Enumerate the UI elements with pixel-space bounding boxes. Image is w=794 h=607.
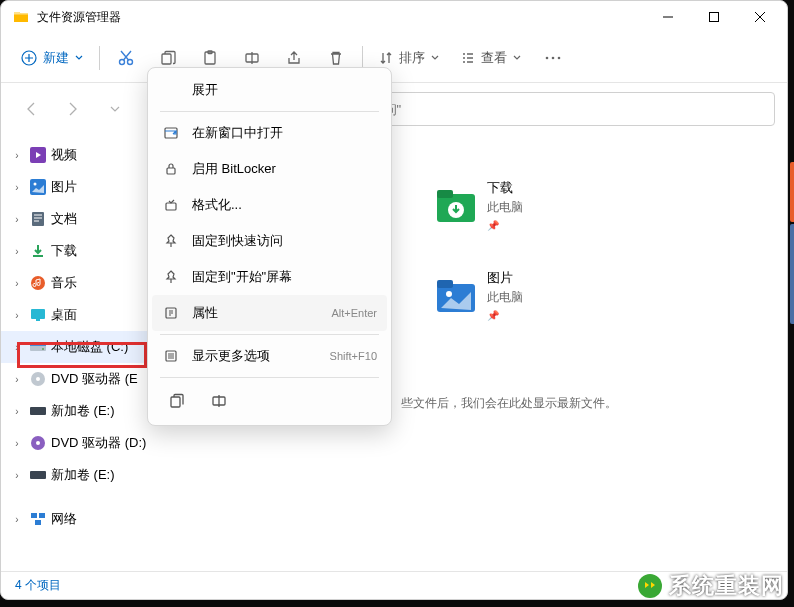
title-left: 文件资源管理器 (13, 9, 645, 26)
svg-rect-0 (710, 13, 719, 22)
properties-icon (162, 304, 180, 322)
sidebar: › 视频 › 图片 › 文档 › 下载 › 音乐 (1, 135, 161, 571)
svg-point-23 (36, 377, 40, 381)
sidebar-item-network[interactable]: › 网络 (1, 503, 161, 535)
svg-point-21 (42, 348, 44, 350)
downloads-icon (29, 242, 47, 260)
svg-rect-38 (167, 168, 175, 174)
forward-button[interactable] (55, 91, 91, 127)
menu-more-options[interactable]: 显示更多选项 Shift+F10 (152, 338, 387, 374)
chevron-right-icon: › (9, 514, 25, 525)
shortcut-label: Alt+Enter (331, 307, 377, 319)
menu-pin-quick[interactable]: 固定到快速访问 (152, 223, 387, 259)
blank-icon (162, 81, 180, 99)
sidebar-item-documents[interactable]: › 文档 (1, 203, 161, 235)
svg-rect-30 (35, 520, 41, 525)
folder-item-downloads[interactable]: 下载 此电脑 📌 (431, 175, 767, 235)
sidebar-item-music[interactable]: › 音乐 (1, 267, 161, 299)
sidebar-item-volume-e[interactable]: › 新加卷 (E:) (1, 395, 161, 427)
watermark-text: 系统重装网 (669, 571, 784, 601)
svg-point-44 (638, 574, 662, 598)
svg-point-14 (34, 183, 37, 186)
back-button[interactable] (13, 91, 49, 127)
close-button[interactable] (737, 1, 783, 33)
item-name: 图片 (487, 269, 523, 287)
view-button[interactable]: 查看 (451, 40, 531, 76)
disk-icon (29, 402, 47, 420)
sidebar-item-downloads[interactable]: › 下载 (1, 235, 161, 267)
chevron-right-icon: › (9, 438, 25, 449)
edge-indicator (790, 224, 794, 324)
menu-pin-start[interactable]: 固定到"开始"屏幕 (152, 259, 387, 295)
more-icon (162, 347, 180, 365)
cut-button[interactable] (106, 40, 146, 76)
sidebar-label: DVD 驱动器 (E (51, 370, 153, 388)
network-icon (29, 510, 47, 528)
separator (362, 46, 363, 70)
sidebar-label: 新加卷 (E:) (51, 466, 153, 484)
svg-point-26 (36, 441, 40, 445)
folder-pictures-icon (435, 274, 477, 316)
menu-expand[interactable]: 展开 (152, 72, 387, 108)
lock-icon (162, 160, 180, 178)
copy-action-button[interactable] (158, 385, 196, 417)
chevron-right-icon: › (9, 182, 25, 193)
sidebar-item-local-disk-c[interactable]: › 本地磁盘 (C:) (1, 331, 161, 363)
svg-point-2 (120, 59, 125, 64)
svg-rect-29 (39, 513, 45, 518)
svg-rect-18 (36, 319, 40, 321)
chevron-right-icon: › (9, 406, 25, 417)
svg-rect-37 (165, 128, 177, 138)
sidebar-label: 文档 (51, 210, 153, 228)
pin-icon (162, 232, 180, 250)
chevron-right-icon: › (9, 342, 25, 353)
chevron-right-icon: › (9, 278, 25, 289)
pictures-icon (29, 178, 47, 196)
menu-properties[interactable]: 属性 Alt+Enter (152, 295, 387, 331)
sidebar-item-volume-e-2[interactable]: › 新加卷 (E:) (1, 459, 161, 491)
sidebar-item-dvd-e[interactable]: › DVD 驱动器 (E (1, 363, 161, 395)
svg-rect-28 (31, 513, 37, 518)
music-icon (29, 274, 47, 292)
separator (99, 46, 100, 70)
svg-point-8 (546, 56, 549, 59)
sidebar-item-desktop[interactable]: › 桌面 (1, 299, 161, 331)
item-name: 下载 (487, 179, 523, 197)
sidebar-label: 视频 (51, 146, 153, 164)
rename-action-button[interactable] (200, 385, 238, 417)
chevron-right-icon: › (9, 310, 25, 321)
file-explorer-window: 文件资源管理器 新建 排序 查看 (0, 0, 788, 600)
sidebar-label: 本地磁盘 (C:) (51, 338, 153, 356)
shortcut-label: Shift+F10 (330, 350, 377, 362)
sidebar-label: 音乐 (51, 274, 153, 292)
sidebar-item-dvd-d[interactable]: › DVD 驱动器 (D:) (1, 427, 161, 459)
window-controls (645, 1, 783, 33)
toolbar: 新建 排序 查看 (1, 33, 787, 83)
maximize-button[interactable] (691, 1, 737, 33)
menu-separator (160, 111, 379, 112)
item-count: 4 个项目 (15, 577, 61, 594)
pin-start-icon (162, 268, 180, 286)
new-window-icon (162, 124, 180, 142)
dvd-icon (29, 370, 47, 388)
menu-bottom-row (152, 381, 387, 421)
edge-indicator (790, 162, 794, 222)
minimize-button[interactable] (645, 1, 691, 33)
empty-hint: 些文件后，我们会在此处显示最新文件。 (401, 395, 617, 412)
new-label: 新建 (43, 49, 69, 67)
svg-rect-24 (30, 407, 46, 415)
menu-separator (160, 377, 379, 378)
folder-item-pictures[interactable]: 图片 此电脑 📌 (431, 265, 767, 325)
menu-new-window[interactable]: 在新窗口中打开 (152, 115, 387, 151)
recent-button[interactable] (97, 91, 133, 127)
new-button[interactable]: 新建 (11, 40, 93, 76)
menu-bitlocker[interactable]: 启用 BitLocker (152, 151, 387, 187)
more-button[interactable] (533, 40, 573, 76)
sidebar-item-videos[interactable]: › 视频 (1, 139, 161, 171)
sidebar-item-pictures[interactable]: › 图片 (1, 171, 161, 203)
content-area: › 视频 › 图片 › 文档 › 下载 › 音乐 (1, 135, 787, 571)
app-icon (13, 9, 29, 25)
chevron-right-icon: › (9, 246, 25, 257)
desktop-icon (29, 306, 47, 324)
menu-format[interactable]: 格式化... (152, 187, 387, 223)
